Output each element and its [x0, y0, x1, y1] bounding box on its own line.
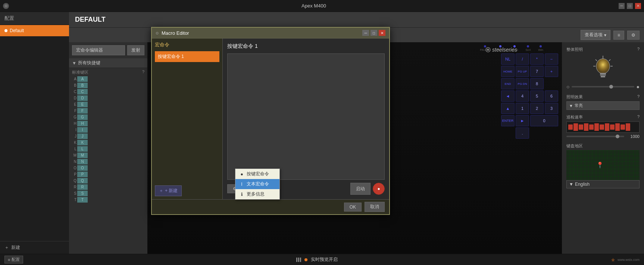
app-title: Apex M400 — [9, 3, 619, 9]
dialog-close-button[interactable]: ✕ — [379, 30, 385, 36]
add-label: 新建 — [11, 244, 20, 251]
active-indicator — [4, 29, 7, 32]
sidebar-item-default[interactable]: Default — [0, 25, 69, 36]
dialog-left-title: 宏命令 — [155, 41, 219, 48]
watermark-text: www.wstx.com — [618, 258, 640, 262]
live-bars — [296, 258, 301, 262]
dialog-title: Macro Editor — [162, 30, 189, 36]
dialog-left-panel: 宏命令 按键宏命令 1 ＋ + 新建 — [152, 38, 223, 199]
new-macro-button[interactable]: ＋ + 新建 — [155, 185, 182, 196]
main-content: DEFAULT 查看选项 ▾ ≡ ⚙ 宏命令编辑器 — [69, 12, 644, 254]
sidebar-header: 配置 — [0, 12, 69, 25]
close-button[interactable]: ✕ — [635, 3, 641, 9]
info-icon: ℹ — [239, 192, 244, 197]
list-config-button[interactable]: ≡ 配置 — [4, 256, 23, 264]
dialog-footer: OK 取消 — [152, 199, 389, 214]
app-body: 配置 Default ＋ 新建 DEFAULT 查看选项 ▾ ≡ ⚙ — [0, 12, 644, 254]
status-right: www.wstx.com — [611, 258, 640, 262]
add-icon: ＋ — [4, 244, 9, 251]
popup-item-text[interactable]: I 文本宏命令 — [235, 179, 279, 189]
title-controls: ─ □ ✕ — [619, 3, 641, 9]
macro-item-1[interactable]: 按键宏命令 1 — [155, 51, 219, 62]
popup-item-keystroke[interactable]: ● 按键宏命令 — [235, 169, 279, 179]
popup-menu: ● 按键宏命令 I 文本宏命令 ℹ 更多信息 — [235, 169, 280, 200]
maximize-button[interactable]: □ — [627, 3, 633, 9]
title-bar: ⊙ Apex M400 ─ □ ✕ — [0, 0, 644, 12]
sidebar-item-label: Default — [10, 28, 24, 33]
status-center: 实时预览开启 — [296, 256, 338, 263]
app-icon: ⊙ — [3, 3, 9, 9]
dialog-bottom-right: 启动 ● — [350, 183, 385, 195]
macro-content-area — [227, 53, 385, 180]
dialog-titlebar: ⊙ Macro Editor ─ □ ✕ — [152, 28, 389, 38]
keystroke-icon: ● — [239, 172, 244, 177]
status-bar: ≡ 配置 实时预览开启 www.wstx.com — [0, 254, 644, 265]
live-dot — [304, 258, 307, 261]
config-label: 配置 — [12, 257, 20, 262]
sidebar-add-button[interactable]: ＋ 新建 — [0, 241, 69, 254]
sidebar: 配置 Default ＋ 新建 — [0, 12, 69, 254]
record-button[interactable]: ● — [373, 183, 385, 195]
cancel-button[interactable]: 取消 — [365, 202, 385, 212]
macro-item-label: 按键宏命令 1 — [158, 54, 184, 59]
popup-item-more-info[interactable]: ℹ 更多信息 — [235, 189, 279, 199]
record-icon: ● — [377, 186, 380, 191]
dialog-right-title: 按键宏命令 1 — [227, 43, 385, 50]
dialog-icon: ⊙ — [156, 31, 159, 35]
dialog-controls: ─ □ ✕ — [362, 30, 385, 36]
status-left: ≡ 配置 — [4, 256, 23, 264]
minimize-button[interactable]: ─ — [619, 3, 625, 9]
live-preview-label: 实时预览开启 — [311, 256, 338, 263]
launch-button[interactable]: 启动 — [350, 183, 371, 195]
dialog-minimize-button[interactable]: ─ — [362, 30, 369, 36]
plus-icon: ＋ — [159, 188, 163, 194]
ss-star-icon — [611, 258, 615, 262]
text-icon: I — [239, 182, 244, 187]
dialog-overlay: ⊙ Macro Editor ─ □ ✕ 宏命令 按键宏命令 1 — [69, 12, 644, 254]
ok-button[interactable]: OK — [344, 203, 362, 212]
dialog-maximize-button[interactable]: □ — [371, 30, 377, 36]
steelseries-watermark — [611, 258, 615, 262]
list-icon: ≡ — [8, 258, 10, 262]
svg-marker-11 — [611, 258, 615, 262]
